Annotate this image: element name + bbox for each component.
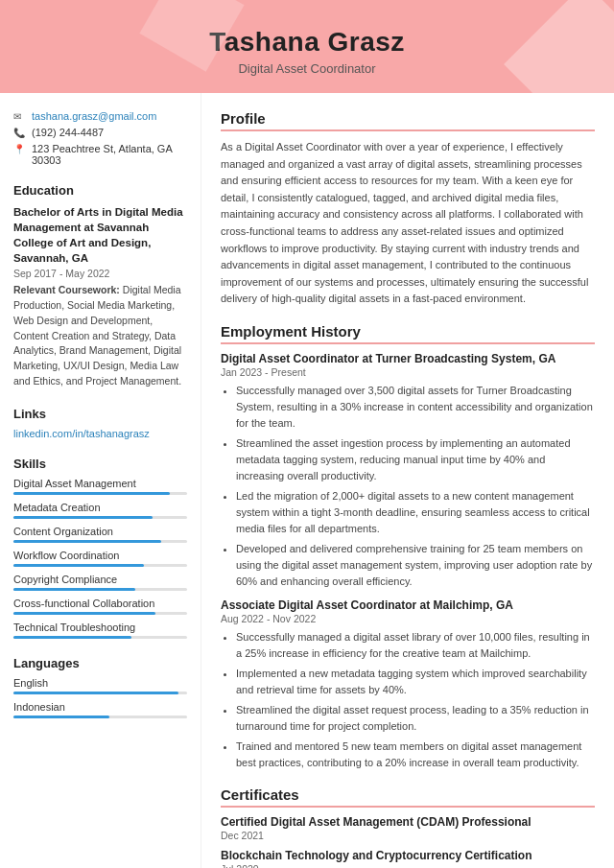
cert-name: Blockchain Technology and Cryptocurrency… bbox=[221, 849, 595, 862]
links-title: Links bbox=[13, 407, 187, 421]
skill-name: Copyright Compliance bbox=[13, 574, 187, 585]
education-section: Education Bachelor of Arts in Digital Me… bbox=[13, 183, 187, 389]
skill-bar-bg bbox=[13, 516, 187, 519]
links-section: Links linkedin.com/in/tashanagrasz bbox=[13, 407, 187, 439]
job-bullets-list: Successfully managed over 3,500 digital … bbox=[221, 383, 595, 591]
language-bar-fill bbox=[13, 692, 178, 694]
skill-item: Cross-functional Collaboration bbox=[13, 598, 187, 615]
address-text: 123 Peachtree St, Atlanta, GA 30303 bbox=[32, 143, 187, 166]
skills-section: Skills Digital Asset Management Metadata… bbox=[13, 457, 187, 639]
job-bullet: Successfully managed over 3,500 digital … bbox=[236, 383, 595, 432]
skill-bar-fill bbox=[13, 516, 153, 519]
skill-item: Technical Troubleshooting bbox=[13, 622, 187, 639]
job-title: Digital Asset Coordinator at Turner Broa… bbox=[221, 352, 595, 365]
email-item: ✉ tashana.grasz@gmail.com bbox=[13, 110, 187, 122]
language-name: Indonesian bbox=[13, 701, 187, 713]
cert-entry: Certified Digital Asset Management (CDAM… bbox=[221, 815, 595, 841]
skills-title: Skills bbox=[13, 457, 187, 471]
candidate-title: Digital Asset Coordinator bbox=[19, 61, 595, 76]
cert-name: Certified Digital Asset Management (CDAM… bbox=[221, 815, 595, 829]
language-item: English bbox=[13, 677, 187, 694]
phone-text: (192) 244-4487 bbox=[32, 127, 104, 138]
profile-section: Profile As a Digital Asset Coordinator w… bbox=[221, 110, 595, 308]
job-bullets-list: Successfully managed a digital asset lib… bbox=[221, 629, 595, 771]
edu-degree: Bachelor of Arts in Digital Media Manage… bbox=[13, 204, 187, 266]
certificates-section: Certificates Certified Digital Asset Man… bbox=[221, 786, 595, 868]
skill-bar-bg bbox=[13, 636, 187, 639]
job-bullet: Trained and mentored 5 new team members … bbox=[236, 739, 595, 771]
phone-item: 📞 (192) 244-4487 bbox=[13, 127, 187, 138]
header: Tashana Grasz Digital Asset Coordinator bbox=[0, 0, 614, 93]
education-title: Education bbox=[13, 183, 187, 198]
contact-section: ✉ tashana.grasz@gmail.com 📞 (192) 244-44… bbox=[13, 110, 187, 166]
job-bullet: Led the migration of 2,000+ digital asse… bbox=[236, 488, 595, 537]
edu-date: Sep 2017 - May 2022 bbox=[13, 268, 187, 279]
cert-date: Jul 2020 bbox=[221, 863, 595, 868]
skill-name: Digital Asset Management bbox=[13, 478, 187, 489]
job-title: Associate Digital Asset Coordinator at M… bbox=[221, 598, 595, 612]
location-icon: 📍 bbox=[13, 144, 27, 154]
cert-date: Dec 2021 bbox=[221, 830, 595, 841]
profile-section-title: Profile bbox=[221, 110, 595, 131]
job-bullet: Implemented a new metadata tagging syste… bbox=[236, 666, 595, 698]
skill-bar-bg bbox=[13, 540, 187, 543]
certs-list: Certified Digital Asset Management (CDAM… bbox=[221, 815, 595, 868]
jobs-list: Digital Asset Coordinator at Turner Broa… bbox=[221, 352, 595, 771]
skill-name: Workflow Coordination bbox=[13, 550, 187, 561]
skill-bar-bg bbox=[13, 564, 187, 567]
linkedin-link[interactable]: linkedin.com/in/tashanagrasz bbox=[13, 428, 187, 439]
skills-list: Digital Asset Management Metadata Creati… bbox=[13, 478, 187, 639]
job-bullet: Successfully managed a digital asset lib… bbox=[236, 629, 595, 662]
coursework-label: Relevant Coursework: bbox=[13, 284, 120, 295]
language-bar-bg bbox=[13, 692, 187, 694]
skill-name: Metadata Creation bbox=[13, 502, 187, 513]
edu-coursework: Relevant Coursework: Digital Media Produ… bbox=[13, 283, 187, 388]
language-bar-fill bbox=[13, 716, 109, 718]
main-content: Profile As a Digital Asset Coordinator w… bbox=[201, 93, 614, 868]
languages-section: Languages English Indonesian bbox=[13, 656, 187, 718]
skill-bar-bg bbox=[13, 588, 187, 591]
skill-bar-fill bbox=[13, 612, 155, 615]
skill-bar-fill bbox=[13, 540, 161, 543]
skill-name: Technical Troubleshooting bbox=[13, 622, 187, 633]
language-bar-bg bbox=[13, 716, 187, 718]
address-item: 📍 123 Peachtree St, Atlanta, GA 30303 bbox=[13, 143, 187, 166]
certificates-section-title: Certificates bbox=[221, 786, 595, 808]
job-bullet: Developed and delivered comprehensive tr… bbox=[236, 541, 595, 590]
skill-name: Cross-functional Collaboration bbox=[13, 598, 187, 609]
phone-icon: 📞 bbox=[13, 128, 27, 138]
employment-section: Employment History Digital Asset Coordin… bbox=[221, 323, 595, 771]
language-item: Indonesian bbox=[13, 701, 187, 718]
languages-title: Languages bbox=[13, 656, 187, 670]
job-bullet: Streamlined the asset ingestion process … bbox=[236, 435, 595, 484]
email-link[interactable]: tashana.grasz@gmail.com bbox=[32, 110, 156, 122]
skill-name: Content Organization bbox=[13, 526, 187, 537]
job-entry: Associate Digital Asset Coordinator at M… bbox=[221, 598, 595, 771]
skill-item: Digital Asset Management bbox=[13, 478, 187, 495]
coursework-text: Digital Media Production, Social Media M… bbox=[13, 284, 181, 387]
sidebar: ✉ tashana.grasz@gmail.com 📞 (192) 244-44… bbox=[0, 93, 201, 868]
skill-bar-bg bbox=[13, 492, 187, 495]
skill-item: Workflow Coordination bbox=[13, 550, 187, 567]
email-icon: ✉ bbox=[13, 111, 27, 122]
job-date: Jan 2023 - Present bbox=[221, 366, 595, 378]
skill-item: Copyright Compliance bbox=[13, 574, 187, 591]
skill-item: Content Organization bbox=[13, 526, 187, 543]
candidate-name: Tashana Grasz bbox=[19, 27, 595, 58]
language-name: English bbox=[13, 677, 187, 689]
cert-entry: Blockchain Technology and Cryptocurrency… bbox=[221, 849, 595, 868]
job-date: Aug 2022 - Nov 2022 bbox=[221, 613, 595, 624]
skill-item: Metadata Creation bbox=[13, 502, 187, 519]
layout: ✉ tashana.grasz@gmail.com 📞 (192) 244-44… bbox=[0, 93, 614, 868]
skill-bar-fill bbox=[13, 564, 144, 567]
languages-list: English Indonesian bbox=[13, 677, 187, 718]
skill-bar-bg bbox=[13, 612, 187, 615]
skill-bar-fill bbox=[13, 636, 131, 639]
job-entry: Digital Asset Coordinator at Turner Broa… bbox=[221, 352, 595, 591]
skill-bar-fill bbox=[13, 492, 170, 495]
profile-text: As a Digital Asset Coordinator with over… bbox=[221, 139, 595, 308]
skill-bar-fill bbox=[13, 588, 135, 591]
employment-section-title: Employment History bbox=[221, 323, 595, 344]
job-bullet: Streamlined the digital asset request pr… bbox=[236, 702, 595, 735]
